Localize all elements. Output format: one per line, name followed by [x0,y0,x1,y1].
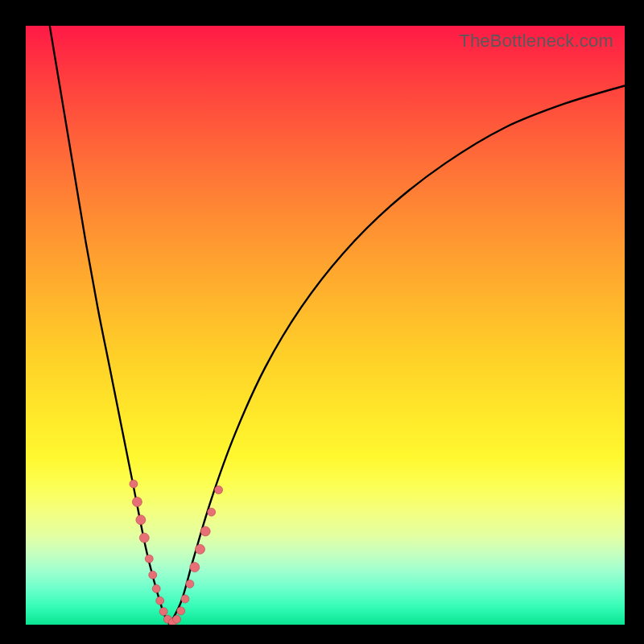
data-marker [149,571,157,579]
data-marker [186,580,194,588]
data-marker [208,508,216,516]
marker-group [130,480,223,625]
data-marker [152,584,160,592]
data-marker [190,563,200,572]
data-marker [145,555,153,563]
plot-area: TheBottleneck.com [26,26,625,625]
data-marker [156,597,164,605]
data-marker [130,480,138,488]
data-marker [159,608,167,616]
data-marker [196,544,205,554]
data-marker [139,533,149,543]
data-marker [132,497,142,506]
data-marker [200,526,210,536]
chart-frame: TheBottleneck.com [0,0,644,644]
data-marker [177,607,185,615]
marker-layer [26,26,625,625]
data-marker [215,486,223,494]
data-marker [181,595,189,603]
data-marker [172,615,180,623]
data-marker [136,515,146,525]
